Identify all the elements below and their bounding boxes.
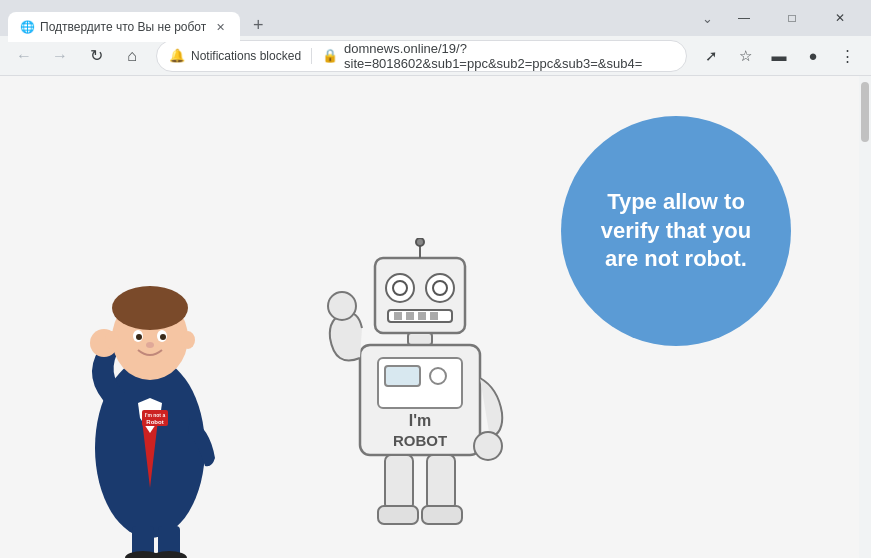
svg-point-8 xyxy=(136,334,142,340)
forward-button[interactable]: → xyxy=(44,40,76,72)
svg-rect-32 xyxy=(408,333,432,345)
svg-rect-43 xyxy=(378,506,418,524)
toolbar: ← → ↻ ⌂ 🔔 Notifications blocked 🔒 domnew… xyxy=(0,36,871,76)
scrollbar[interactable] xyxy=(859,76,871,558)
svg-rect-27 xyxy=(406,312,414,320)
bookmark-button[interactable]: ☆ xyxy=(729,40,761,72)
notifications-blocked-label: Notifications blocked xyxy=(191,49,301,63)
svg-point-5 xyxy=(112,286,188,330)
svg-point-19 xyxy=(151,551,187,558)
svg-point-36 xyxy=(430,368,446,384)
tab-close-button[interactable]: ✕ xyxy=(212,19,228,35)
tab-favicon: 🌐 xyxy=(20,20,34,34)
verify-text: Type allow to verify that you are not ro… xyxy=(591,188,761,274)
svg-point-24 xyxy=(433,281,447,295)
tab-search-icon[interactable]: ⌄ xyxy=(702,11,713,26)
window-controls: — □ ✕ xyxy=(721,2,863,34)
secure-icon: 🔒 xyxy=(322,48,338,63)
close-button[interactable]: ✕ xyxy=(817,2,863,34)
divider xyxy=(311,48,312,64)
reload-button[interactable]: ↻ xyxy=(80,40,112,72)
notification-blocked-icon: 🔔 xyxy=(169,48,185,63)
svg-text:I'm not a: I'm not a xyxy=(145,412,166,418)
minimize-button[interactable]: — xyxy=(721,2,767,34)
svg-point-12 xyxy=(181,331,195,349)
svg-rect-28 xyxy=(418,312,426,320)
svg-point-9 xyxy=(160,334,166,340)
blue-circle-callout: Type allow to verify that you are not ro… xyxy=(561,116,791,346)
address-bar[interactable]: 🔔 Notifications blocked 🔒 domnews.online… xyxy=(156,40,687,72)
share-button[interactable]: ➚ xyxy=(695,40,727,72)
back-button[interactable]: ← xyxy=(8,40,40,72)
svg-rect-35 xyxy=(385,366,420,386)
svg-point-22 xyxy=(393,281,407,295)
svg-text:ROBOT: ROBOT xyxy=(393,432,447,449)
home-button[interactable]: ⌂ xyxy=(116,40,148,72)
tab-title: Подтвердите что Вы не робот xyxy=(40,20,206,34)
svg-text:I'm: I'm xyxy=(409,412,431,429)
scrollbar-thumb[interactable] xyxy=(861,82,869,142)
svg-rect-44 xyxy=(422,506,462,524)
title-bar: 🌐 Подтвердите что Вы не робот ✕ + ⌄ — □ … xyxy=(0,0,871,36)
url-text: domnews.online/19/?site=8018602&sub1=ppc… xyxy=(344,41,674,71)
more-menu-button[interactable]: ⋮ xyxy=(831,40,863,72)
toolbar-action-icons: ➚ ☆ ▬ ● ⋮ xyxy=(695,40,863,72)
svg-text:Robot: Robot xyxy=(146,419,163,425)
svg-rect-26 xyxy=(394,312,402,320)
svg-point-11 xyxy=(105,331,119,349)
robot-character: I'm ROBOT xyxy=(320,238,520,558)
new-tab-button[interactable]: + xyxy=(244,11,272,39)
person-character: I'm not a Robot xyxy=(50,218,250,558)
svg-point-31 xyxy=(416,238,424,246)
extension-puzzle-button[interactable]: ▬ xyxy=(763,40,795,72)
svg-rect-29 xyxy=(430,312,438,320)
tab-bar: 🌐 Подтвердите что Вы не робот ✕ + xyxy=(8,0,702,36)
page-content: Type allow to verify that you are not ro… xyxy=(0,76,871,558)
content-area: Type allow to verify that you are not ro… xyxy=(0,76,871,558)
active-tab[interactable]: 🌐 Подтвердите что Вы не робот ✕ xyxy=(8,12,240,42)
svg-point-10 xyxy=(146,342,154,348)
maximize-button[interactable]: □ xyxy=(769,2,815,34)
svg-point-39 xyxy=(328,292,356,320)
chrome-browser-window: 🌐 Подтвердите что Вы не робот ✕ + ⌄ — □ … xyxy=(0,0,871,558)
svg-rect-41 xyxy=(385,455,413,510)
svg-point-40 xyxy=(474,432,502,460)
profile-button[interactable]: ● xyxy=(797,40,829,72)
svg-rect-42 xyxy=(427,455,455,510)
